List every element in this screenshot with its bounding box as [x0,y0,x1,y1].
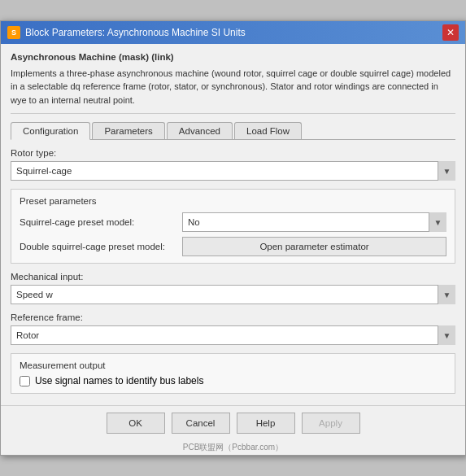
double-squirrel-cage-label: Double squirrel-cage preset model: [20,242,182,251]
measurement-output-title: Measurement output [20,360,446,370]
double-squirrel-cage-preset-row: Double squirrel-cage preset model: Open … [20,237,446,256]
tab-load-flow[interactable]: Load Flow [234,122,302,139]
preset-parameters-group: Preset parameters Squirrel-cage preset m… [11,189,455,264]
tab-parameters[interactable]: Parameters [92,122,164,139]
rotor-type-wrapper: Squirrel-cage Wound Double squirrel-cage… [11,161,455,181]
mechanical-input-select[interactable]: Speed w Torque Tm [11,285,455,304]
squirrel-cage-select-wrapper: No ▼ [182,212,446,232]
open-parameter-estimator-button[interactable]: Open parameter estimator [182,237,446,256]
dialog-description: Implements a three-phase asynchronous ma… [11,67,455,115]
tab-bar: Configuration Parameters Advanced Load F… [11,122,455,140]
dialog-window: S Block Parameters: Asynchronous Machine… [0,20,466,456]
mechanical-input-wrapper: Speed w Torque Tm ▼ [11,285,455,304]
title-bar: S Block Parameters: Asynchronous Machine… [1,21,465,44]
squirrel-cage-preset-label: Squirrel-cage preset model: [20,217,182,227]
apply-button[interactable]: Apply [302,413,360,434]
mechanical-input-label: Mechanical input: [11,272,455,282]
reference-frame-wrapper: Rotor Stator Synchronous ▼ [11,325,455,345]
window-icon: S [7,26,20,39]
watermark: PCB联盟网（Pcbbar.com） [1,440,465,455]
squirrel-cage-preset-control: No ▼ [182,212,446,232]
use-signal-names-checkbox[interactable] [20,376,30,386]
help-button[interactable]: Help [237,413,295,434]
use-signal-names-row: Use signal names to identify bus labels [20,375,446,386]
squirrel-cage-preset-row: Squirrel-cage preset model: No ▼ [20,212,446,232]
reference-frame-label: Reference frame: [11,312,455,322]
dialog-footer: OK Cancel Help Apply [1,405,465,440]
tab-advanced[interactable]: Advanced [167,122,233,139]
reference-frame-select[interactable]: Rotor Stator Synchronous [11,325,455,345]
preset-parameters-title: Preset parameters [20,196,446,206]
title-bar-left: S Block Parameters: Asynchronous Machine… [7,26,246,39]
rotor-type-label: Rotor type: [11,148,455,158]
tab-configuration[interactable]: Configuration [11,122,90,140]
squirrel-cage-preset-select[interactable]: No [182,212,446,232]
cancel-button[interactable]: Cancel [172,413,230,434]
use-signal-names-label: Use signal names to identify bus labels [35,375,203,386]
ok-button[interactable]: OK [107,413,165,434]
close-button[interactable]: ✕ [442,24,459,41]
double-squirrel-cage-control: Open parameter estimator [182,237,446,256]
rotor-type-select[interactable]: Squirrel-cage Wound Double squirrel-cage [11,161,455,181]
measurement-output-group: Measurement output Use signal names to i… [11,353,455,394]
dialog-subtitle: Asynchronous Machine (mask) (link) [11,52,455,62]
window-title: Block Parameters: Asynchronous Machine S… [25,27,246,38]
dialog-body: Asynchronous Machine (mask) (link) Imple… [1,44,465,403]
